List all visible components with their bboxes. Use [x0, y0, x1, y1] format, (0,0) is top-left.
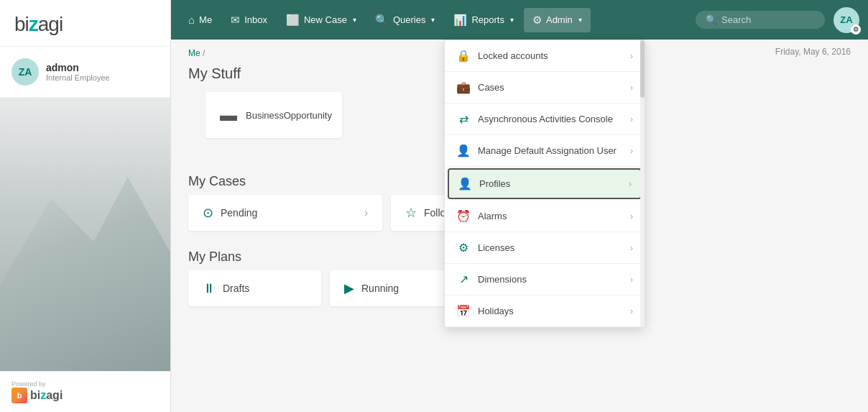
pending-icon: ⊙ — [203, 205, 213, 221]
nav-label-queries: Queries — [393, 14, 426, 25]
dropdown-item-dimensions[interactable]: ↗ Dimensions › — [445, 264, 645, 296]
inbox-icon: ✉ — [231, 14, 240, 27]
dropdown-item-alarms[interactable]: ⏰ Alarms › — [445, 201, 645, 232]
nav-item-inbox[interactable]: ✉ Inbox — [222, 8, 276, 32]
new-case-chevron: ▾ — [353, 16, 356, 24]
breadcrumb-separator: / — [203, 48, 205, 58]
dropdown-item-cases[interactable]: 💼 Cases › — [445, 72, 645, 104]
sidebar: bizagi ZA admon Internal Employee Powere… — [0, 0, 171, 412]
mountain-illustration — [0, 155, 170, 371]
search-input[interactable] — [721, 14, 815, 25]
manage-default-icon: 👤 — [456, 144, 471, 157]
queries-icon: 🔍 — [375, 14, 389, 27]
async-console-label: Asynchronous Activities Console — [478, 114, 613, 124]
cases-icon: 💼 — [456, 81, 471, 94]
locked-accounts-icon: 🔒 — [456, 49, 471, 63]
search-icon: 🔍 — [706, 14, 717, 25]
sidebar-footer: Powered by b bizagi — [0, 371, 170, 412]
holidays-icon: 📅 — [456, 304, 471, 318]
bizagi-logo: bizagi — [14, 13, 156, 36]
holidays-arrow: › — [630, 306, 633, 316]
dimensions-arrow: › — [630, 274, 633, 285]
powered-by-label: Powered by — [11, 380, 46, 388]
manage-default-arrow: › — [630, 145, 633, 156]
admin-dropdown-menu: 🔒 Locked accounts › 💼 Cases › ⇄ Asynchro… — [444, 40, 645, 328]
drafts-icon: ⏸ — [203, 281, 216, 296]
nav-item-admin[interactable]: ⚙ Admin ▾ — [524, 8, 591, 32]
dropdown-item-manage-default[interactable]: 👤 Manage Default Assignation User › — [445, 135, 645, 167]
reports-chevron: ▾ — [510, 16, 514, 24]
footer-logo-icon: b — [11, 388, 27, 403]
new-case-icon: ⬜ — [286, 14, 300, 27]
sidebar-background — [0, 98, 170, 371]
nav-label-me: Me — [199, 14, 212, 25]
alarms-arrow: › — [630, 211, 633, 221]
admin-chevron: ▾ — [578, 16, 582, 24]
alarms-label: Alarms — [478, 211, 507, 221]
nav-label-admin: Admin — [546, 14, 573, 25]
running-card[interactable]: ▶ Running — [330, 270, 463, 306]
pending-label: Pending — [221, 207, 257, 219]
locked-accounts-label: Locked accounts — [478, 50, 548, 61]
dropdown-item-async-console[interactable]: ⇄ Asynchronous Activities Console › — [445, 104, 645, 135]
sidebar-logo-area: bizagi — [0, 0, 170, 47]
business-opportunity-card[interactable]: ▬ BusinessOpportunity — [206, 92, 342, 138]
profiles-icon: 👤 — [458, 177, 472, 191]
dimensions-label: Dimensions — [478, 274, 527, 285]
admin-icon: ⚙ — [532, 14, 542, 27]
avatar-initials: ZA — [840, 14, 852, 25]
dimensions-icon: ↗ — [456, 273, 471, 286]
alarms-icon: ⏰ — [456, 209, 471, 223]
scrollbar-thumb[interactable] — [640, 40, 645, 98]
holidays-label: Holidays — [478, 306, 514, 316]
nav-item-queries[interactable]: 🔍 Queries ▾ — [366, 8, 444, 32]
search-bar[interactable]: 🔍 — [696, 11, 825, 29]
locked-accounts-arrow: › — [630, 50, 633, 61]
avatar: ZA — [11, 58, 39, 86]
async-console-arrow: › — [630, 114, 633, 124]
business-opportunity-icon: ▬ — [220, 105, 237, 125]
nav-item-me[interactable]: ⌂ Me — [180, 8, 221, 32]
profiles-label: Profiles — [479, 178, 510, 189]
following-icon: ☆ — [405, 205, 417, 221]
date-display: Friday, May 6, 2016 — [775, 47, 851, 57]
queries-chevron: ▾ — [431, 16, 435, 24]
async-console-icon: ⇄ — [456, 112, 471, 126]
gear-icon: ⚙ — [851, 24, 861, 35]
user-name: admon — [46, 62, 110, 73]
dropdown-item-locked-accounts[interactable]: 🔒 Locked accounts › — [445, 40, 645, 72]
reports-icon: 📊 — [453, 14, 467, 27]
user-role: Internal Employee — [46, 73, 110, 82]
sidebar-user[interactable]: ZA admon Internal Employee — [0, 47, 170, 98]
nav-item-reports[interactable]: 📊 Reports ▾ — [445, 8, 522, 32]
pending-arrow: › — [364, 206, 368, 219]
dropdown-item-holidays[interactable]: 📅 Holidays › — [445, 296, 645, 327]
nav-label-reports: Reports — [471, 14, 504, 25]
licenses-label: Licenses — [478, 242, 514, 253]
manage-default-label: Manage Default Assignation User — [478, 145, 617, 156]
licenses-icon: ⚙ — [456, 241, 471, 255]
dropdown-item-licenses[interactable]: ⚙ Licenses › — [445, 232, 645, 264]
nav-label-inbox: Inbox — [244, 14, 267, 25]
scrollbar-track — [640, 40, 645, 327]
cases-label: Cases — [478, 82, 504, 93]
footer-logo-text: bizagi — [30, 389, 63, 402]
running-icon: ▶ — [344, 280, 354, 296]
pending-card[interactable]: ⊙ Pending › — [188, 195, 382, 231]
profiles-arrow: › — [629, 178, 632, 189]
cases-arrow: › — [630, 82, 633, 93]
licenses-arrow: › — [630, 242, 633, 253]
dropdown-item-profiles[interactable]: 👤 Profiles › — [448, 168, 642, 199]
nav-item-new-case[interactable]: ⬜ New Case ▾ — [277, 8, 365, 32]
drafts-card[interactable]: ⏸ Drafts — [188, 270, 321, 306]
nav-label-new-case: New Case — [304, 14, 347, 25]
breadcrumb-me[interactable]: Me — [188, 48, 200, 58]
top-navigation: ⌂ Me ✉ Inbox ⬜ New Case ▾ 🔍 Queries ▾ 📊 … — [171, 0, 868, 40]
user-info: admon Internal Employee — [46, 62, 110, 82]
running-label: Running — [361, 283, 399, 294]
home-icon: ⌂ — [188, 14, 195, 26]
business-opportunity-label: BusinessOpportunity — [246, 110, 332, 121]
drafts-label: Drafts — [223, 283, 249, 294]
nav-avatar[interactable]: ZA ⚙ — [834, 7, 859, 33]
